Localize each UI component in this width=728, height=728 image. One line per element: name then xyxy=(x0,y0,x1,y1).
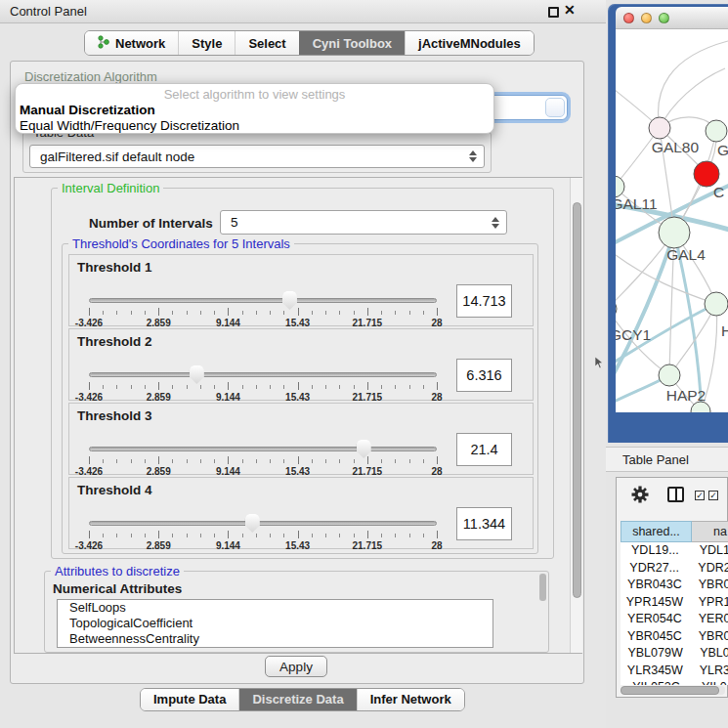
table-panel: ✓ ✓ shared... na YDL19...YDL1YDR27...YDR… xyxy=(616,477,728,698)
slider-track[interactable] xyxy=(89,521,437,526)
attributes-group: Attributes to discretize Numerical Attri… xyxy=(44,571,549,653)
network-node[interactable] xyxy=(706,120,727,142)
apply-button[interactable]: Apply xyxy=(265,656,327,677)
checkbox-icon[interactable]: ✓ xyxy=(695,491,705,500)
combobox-spinner-icon xyxy=(469,150,477,162)
network-graph: GAL80GACGAL11GAL4GCY1HHAP2 xyxy=(616,29,728,412)
table-row[interactable]: YPR145WYPR1 xyxy=(621,594,728,612)
tab-infer-network[interactable]: Infer Network xyxy=(357,689,464,710)
threshold-4-row: Threshold 4 -3.4262.8599.14415.4321.7152… xyxy=(68,477,534,549)
column-header-name[interactable]: na xyxy=(692,521,728,542)
network-node[interactable] xyxy=(616,299,617,319)
threshold-3-value[interactable]: 21.4 xyxy=(456,433,512,466)
table-row[interactable]: YBR043CYBR0 xyxy=(621,577,728,594)
network-window[interactable]: GAL80GACGAL11GAL4GCY1HHAP2 xyxy=(608,4,728,443)
column-header-shared-name[interactable]: shared... xyxy=(621,521,692,542)
cyni-toolbox-panel: Discretization Algorithm Select algorith… xyxy=(10,61,584,684)
minimize-traffic-light[interactable] xyxy=(641,13,652,23)
combobox-spinner-icon xyxy=(492,217,499,229)
attribute-item[interactable]: BetweennessCentrality xyxy=(58,631,492,647)
attribute-item[interactable]: TopologicalCoefficient xyxy=(58,616,492,631)
node-label: GAL80 xyxy=(652,139,700,155)
slider-ticks xyxy=(87,531,439,539)
threshold-3-slider[interactable]: -3.4262.8599.14415.4321.71528 xyxy=(87,441,439,474)
network-edge xyxy=(659,41,728,128)
table-row[interactable]: YDL19...YDL1 xyxy=(621,542,728,560)
node-label: HAP2 xyxy=(666,387,707,404)
settings-scrollbar-thumb[interactable] xyxy=(573,202,581,598)
table-data-value: galFiltered.sif default node xyxy=(40,150,194,164)
table-panel-header: Table Panel xyxy=(606,447,728,472)
tab-style[interactable]: Style xyxy=(178,31,235,55)
threshold-4-slider[interactable]: -3.4262.8599.14415.4321.71528 xyxy=(87,515,439,548)
tab-network[interactable]: Network xyxy=(85,31,178,55)
tab-jactivemnodules[interactable]: jActiveMNodules xyxy=(405,31,534,55)
horizontal-scrollbar-thumb[interactable] xyxy=(621,686,719,695)
table-row[interactable]: YLR345WYLR3 xyxy=(621,663,728,680)
algorithm-settings-panel: Interval Definition Number of Intervals … xyxy=(14,177,582,654)
numerical-attributes-list[interactable]: SelfLoopsTopologicalCoefficientBetweenne… xyxy=(57,599,493,648)
tab-cyni-toolbox[interactable]: Cyni Toolbox xyxy=(299,31,405,55)
tab-impute-data[interactable]: Impute Data xyxy=(141,689,238,710)
network-node[interactable] xyxy=(649,117,670,139)
columns-icon[interactable] xyxy=(667,487,684,502)
control-panel: Control Panel ✕ Network Style xyxy=(0,0,606,728)
network-node[interactable] xyxy=(705,292,728,316)
control-panel-titlebar: Control Panel ✕ xyxy=(0,0,606,23)
horizontal-scrollbar-track[interactable] xyxy=(621,686,725,695)
number-of-intervals-label: Number of Intervals xyxy=(89,216,213,231)
node-label: GAL11 xyxy=(616,195,658,212)
interval-definition-title: Interval Definition xyxy=(58,181,163,195)
number-of-intervals-combobox[interactable]: 5 xyxy=(220,210,507,235)
slider-track[interactable] xyxy=(89,298,437,303)
algorithm-dropdown-popup: Select algorithm to view settings Manual… xyxy=(15,83,494,134)
close-traffic-light[interactable] xyxy=(623,13,634,23)
option-manual-discretization[interactable]: Manual Discretization xyxy=(20,103,155,117)
bottom-tabbar: Impute Data Discretize Data Infer Networ… xyxy=(140,688,465,711)
node-label: C xyxy=(713,184,724,200)
checkbox-icon[interactable]: ✓ xyxy=(708,491,718,500)
close-icon[interactable]: ✕ xyxy=(564,2,576,18)
network-node[interactable] xyxy=(659,217,690,248)
mouse-cursor xyxy=(595,357,604,369)
list-scrollbar[interactable] xyxy=(539,574,546,601)
slider-ticks xyxy=(87,382,439,391)
network-canvas[interactable]: GAL80GACGAL11GAL4GCY1HHAP2 xyxy=(616,29,728,412)
network-window-titlebar[interactable] xyxy=(616,7,728,29)
network-edge xyxy=(660,68,725,128)
threshold-4-value[interactable]: 11.344 xyxy=(456,507,512,540)
table-row[interactable]: YDR27...YDR2 xyxy=(621,560,728,578)
threshold-3-row: Threshold 3 -3.4262.8599.14415.4321.7152… xyxy=(68,403,534,475)
numerical-attributes-label: Numerical Attributes xyxy=(53,581,182,596)
threshold-1-value[interactable]: 14.713 xyxy=(456,284,512,318)
slider-tick-labels: -3.4262.8599.14415.4321.71528 xyxy=(87,540,439,552)
table-row[interactable]: YBR045CYBR0 xyxy=(621,628,728,646)
slider-ticks xyxy=(87,456,439,465)
network-node[interactable] xyxy=(659,364,680,386)
threshold-2-slider[interactable]: -3.4262.8599.14415.4321.71528 xyxy=(87,366,439,400)
node-label: GAL4 xyxy=(666,246,706,263)
combobox-arrow-cap xyxy=(545,98,565,117)
option-equal-width-frequency[interactable]: Equal Width/Frequency Discretization xyxy=(20,118,239,133)
threshold-2-row: Threshold 2 -3.4262.8599.14415.4321.7152… xyxy=(68,328,534,401)
float-window-icon[interactable] xyxy=(548,7,559,18)
slider-track[interactable] xyxy=(89,447,437,451)
settings-scrollbar-track[interactable] xyxy=(570,178,582,653)
table-row[interactable]: YIL052CYIL0 xyxy=(621,679,728,685)
network-icon xyxy=(98,35,109,52)
table-data-combobox[interactable]: galFiltered.sif default node xyxy=(29,145,485,168)
discretization-algorithm-group-title: Discretization Algorithm xyxy=(24,69,157,84)
threshold-2-value[interactable]: 6.316 xyxy=(456,359,512,392)
attribute-item[interactable]: SelfLoops xyxy=(58,600,492,616)
table-row[interactable]: YER054CYER0 xyxy=(621,611,728,628)
slider-track[interactable] xyxy=(89,372,437,377)
panel-title: Control Panel xyxy=(10,4,87,19)
table-row[interactable]: YBL079WYBL0 xyxy=(621,645,728,663)
threshold-1-slider[interactable]: -3.4262.8599.14415.4321.71528 xyxy=(87,292,439,325)
gear-icon[interactable] xyxy=(630,485,650,508)
tab-select[interactable]: Select xyxy=(235,31,298,55)
node-label: GA xyxy=(717,142,728,158)
interval-definition-group: Interval Definition Number of Intervals … xyxy=(51,188,554,559)
zoom-traffic-light[interactable] xyxy=(659,13,669,23)
tab-discretize-data[interactable]: Discretize Data xyxy=(238,689,356,710)
